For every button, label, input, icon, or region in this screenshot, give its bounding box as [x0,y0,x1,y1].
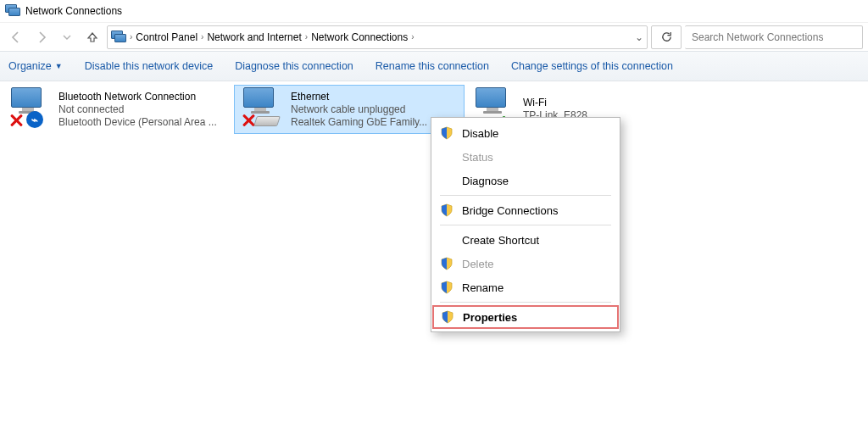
menu-separator [440,302,611,303]
recent-locations-dropdown[interactable] [56,26,78,48]
uac-shield-icon [440,126,453,140]
command-toolbar: Organize ▼ Disable this network device D… [0,51,868,81]
context-menu-disable[interactable]: Disable [433,121,618,145]
window-icon [5,4,20,18]
context-menu-label: Rename [462,281,504,294]
uac-shield-icon [440,257,453,270]
forward-button[interactable] [31,26,53,48]
ethernet-icon [253,116,281,126]
menu-icon-spacer [440,174,453,187]
connection-name: Ethernet [291,91,427,103]
toolbar-change-settings[interactable]: Change settings of this connection [511,60,673,72]
context-menu-label: Diagnose [462,175,509,187]
search-input[interactable]: Search Network Connections [685,25,863,49]
uac-shield-icon [441,310,454,324]
context-menu-label: Status [462,151,493,164]
connection-bluetooth[interactable]: ⌁ Bluetooth Network Connection Not conne… [2,85,232,134]
toolbar-diagnose[interactable]: Diagnose this connection [235,60,353,72]
connection-name: Wi-Fi [523,97,587,109]
context-menu-label: Disable [462,127,498,140]
context-menu-rename[interactable]: Rename [433,275,618,299]
connection-status: Network cable unplugged [291,103,427,116]
toolbar-rename[interactable]: Rename this connection [376,60,489,72]
uac-shield-icon [440,203,453,217]
context-menu-label: Create Shortcut [462,234,539,247]
menu-separator [440,195,611,196]
search-placeholder: Search Network Connections [692,31,823,43]
error-x-icon [8,113,24,128]
context-menu: DisableStatusDiagnoseBridge ConnectionsC… [431,117,620,332]
connection-name: Bluetooth Network Connection [58,91,217,103]
connection-status: Not connected [58,103,217,116]
title-bar: Network Connections [0,0,868,22]
menu-separator [440,225,611,225]
chevron-down-icon: ▼ [55,62,63,70]
connections-pane: ⌁ Bluetooth Network Connection Not conne… [0,81,868,137]
breadcrumb-item[interactable]: Control Panel› [136,31,203,43]
chevron-down-icon[interactable]: ⌄ [635,31,643,43]
breadcrumb[interactable]: › Control Panel› Network and Internet› N… [107,25,648,49]
organize-menu[interactable]: Organize ▼ [8,60,63,72]
context-menu-create-shortcut[interactable]: Create Shortcut [433,228,618,252]
breadcrumb-item[interactable]: Network Connections› [311,31,414,43]
chevron-right-icon: › [411,32,414,42]
breadcrumb-item[interactable]: Network and Internet› [207,31,308,43]
context-menu-bridge-connections[interactable]: Bridge Connections [433,198,618,222]
window-title: Network Connections [25,5,122,17]
context-menu-label: Properties [463,311,517,324]
connection-device: Bluetooth Device (Personal Area ... [58,116,217,129]
chevron-right-icon: › [305,32,308,42]
location-icon [111,31,126,44]
chevron-right-icon: › [201,32,203,42]
menu-icon-spacer [440,233,453,247]
context-menu-properties[interactable]: Properties [432,305,619,329]
address-bar: › Control Panel› Network and Internet› N… [0,22,868,51]
context-menu-diagnose[interactable]: Diagnose [433,169,618,192]
up-button[interactable] [81,26,103,48]
toolbar-disable-device[interactable]: Disable this network device [85,60,213,72]
context-menu-label: Bridge Connections [462,204,558,217]
connection-icon [238,87,286,131]
connection-device: Realtek Gaming GbE Family... [291,116,427,129]
menu-icon-spacer [440,150,453,164]
context-menu-label: Delete [462,258,494,270]
back-button[interactable] [5,26,27,48]
refresh-button[interactable] [651,25,682,49]
uac-shield-icon [440,281,453,294]
context-menu-status: Status [433,145,618,169]
context-menu-delete: Delete [433,252,618,275]
chevron-right-icon: › [130,32,132,42]
bluetooth-icon: ⌁ [26,111,43,128]
connection-icon: ⌁ [6,87,53,131]
